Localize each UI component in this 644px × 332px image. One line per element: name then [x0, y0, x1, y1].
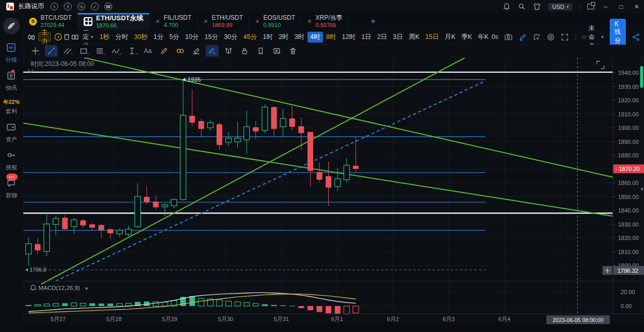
rectangle-tool[interactable]: [77, 45, 90, 57]
lock-tool[interactable]: [238, 45, 251, 57]
svg-text:2023-06-05 08:00:00: 2023-06-05 08:00:00: [553, 317, 603, 323]
timeframe-5分[interactable]: 5分: [167, 32, 182, 43]
timeframe-1分[interactable]: 1分: [151, 32, 166, 43]
timeframe-15日[interactable]: 15日: [423, 32, 441, 43]
template-icon[interactable]: [63, 32, 71, 42]
bookmark-tool[interactable]: [254, 45, 267, 57]
sidebar-item-授权[interactable]: 授权: [3, 150, 20, 171]
minimize-button[interactable]: –: [601, 3, 610, 10]
percent-icon[interactable]: %: [77, 3, 85, 10]
lightning-icon[interactable]: ϟ: [50, 3, 58, 10]
timeframe-2日[interactable]: 2日: [374, 32, 390, 43]
svg-text:5月29: 5月29: [162, 316, 177, 322]
text-tool[interactable]: Aa: [141, 45, 154, 57]
sidebar-item-label: 资产: [6, 136, 17, 143]
timeframe-月K[interactable]: 月K: [442, 32, 458, 43]
timeframe-3时[interactable]: 3时: [292, 32, 307, 43]
sidebar-item-资产[interactable]: 资产: [3, 122, 20, 143]
crosshair-tool[interactable]: [29, 45, 42, 57]
sidebar-item-快讯[interactable]: 快讯: [3, 71, 20, 92]
timeframe-周K[interactable]: 周K: [406, 32, 422, 43]
compare-icon[interactable]: [71, 32, 79, 42]
timeframe-3日[interactable]: 3日: [391, 32, 406, 43]
flash-icon[interactable]: [54, 32, 62, 42]
maximize-button[interactable]: □: [617, 3, 625, 10]
timeframe-45分[interactable]: 45分: [241, 32, 260, 43]
timeframe-1日[interactable]: 1日: [359, 32, 374, 43]
sidebar-item-群聊[interactable]: •••群聊: [3, 178, 20, 200]
timeframe-12时[interactable]: 12时: [339, 32, 358, 43]
phone-icon[interactable]: ☎: [104, 3, 112, 10]
tab-FIL/USDT[interactable]: ✕FIL/USDT4.700: [150, 13, 198, 30]
share-icon[interactable]: [632, 33, 640, 41]
pattern-tool[interactable]: [222, 45, 235, 57]
theme-icon[interactable]: [533, 3, 541, 10]
trash-tool[interactable]: [286, 45, 299, 57]
tab-ETH/USDT[interactable]: ✕ETH/USDT1869.99: [198, 13, 249, 30]
frame-add-icon[interactable]: [533, 33, 541, 41]
timeframe-分时[interactable]: 分时: [113, 32, 131, 43]
svg-text:5月27: 5月27: [50, 316, 65, 322]
check-icon[interactable]: ✓: [91, 3, 99, 10]
currency-select[interactable]: USD▾: [548, 3, 572, 10]
time-axis[interactable]: 5月275月285月295月305月316月16月26月36月42023-06-…: [50, 315, 610, 324]
timeframe-1时[interactable]: 1时: [260, 32, 275, 43]
magnet-tool[interactable]: [173, 45, 186, 57]
search-icon[interactable]: [518, 3, 526, 10]
svg-text:1940.00: 1940.00: [618, 70, 639, 76]
bell-icon[interactable]: [503, 3, 511, 10]
chart-area[interactable]: 1940.001930.001920.001910.001900.001890.…: [23, 58, 644, 332]
tab-XRP/当季[interactable]: ✕XRP/当季0.50765: [301, 13, 348, 30]
macd-alert-icon[interactable]: [31, 285, 36, 290]
sidebar-item-套利[interactable]: 年22%套利: [3, 99, 20, 115]
close-button[interactable]: ✕: [633, 3, 641, 10]
chart-style-icon[interactable]: [28, 32, 35, 42]
chart-canvas[interactable]: 1940.001930.001920.001910.001900.001890.…: [23, 58, 644, 330]
timeframe-10分[interactable]: 10分: [182, 32, 201, 43]
brush-tool[interactable]: [157, 45, 170, 57]
notes-tool[interactable]: [270, 45, 283, 57]
close-icon[interactable]: ✕: [255, 18, 260, 25]
pen-wave-tool[interactable]: [206, 45, 219, 57]
svg-text:1890.00: 1890.00: [618, 139, 639, 145]
trendline-ascending-support: [41, 58, 465, 284]
draw-mode-icon[interactable]: [519, 33, 527, 41]
timeframe-8时[interactable]: 8时: [324, 32, 339, 43]
close-icon[interactable]: ✕: [155, 18, 160, 25]
timeframe-季K[interactable]: 季K: [459, 32, 475, 43]
parallel-lines-tool[interactable]: [61, 45, 74, 57]
svg-text:6月3: 6月3: [442, 316, 454, 322]
main-force-badge[interactable]: 主力: [38, 32, 51, 42]
target-icon[interactable]: [547, 33, 555, 41]
chart-scrollbar[interactable]: [640, 58, 643, 314]
elliott-wave-tool[interactable]: [109, 45, 122, 57]
timeframe-4时[interactable]: 4时: [307, 32, 323, 43]
pane-expand-icon[interactable]: [597, 61, 604, 69]
timeframe-30分[interactable]: 30分: [221, 32, 240, 43]
timeframe-年K[interactable]: 年K: [475, 32, 491, 43]
timeframe-15分[interactable]: 15分: [202, 32, 221, 43]
fib-lines-tool[interactable]: [93, 45, 106, 57]
svg-text:1900.00: 1900.00: [618, 125, 639, 131]
timeframe-2时[interactable]: 2时: [276, 32, 291, 43]
tab-ETH/USDT永续[interactable]: ETH/USDT永续1870.66: [78, 13, 150, 30]
timeframe-30秒[interactable]: 30秒: [131, 32, 150, 43]
pip-icon[interactable]: [587, 4, 594, 9]
fullscreen-icon[interactable]: [561, 33, 569, 41]
measure-tool[interactable]: [125, 45, 138, 57]
tab-EOS/USDT[interactable]: ✕EOS/USDT0.8910: [249, 13, 302, 30]
tab-BTC/USDT[interactable]: BBTC/USDT27029.44: [23, 13, 78, 30]
close-icon[interactable]: ✕: [204, 18, 208, 25]
trendline-tool[interactable]: [45, 45, 58, 57]
crosshair-price-badge[interactable]: 1796.32: [602, 266, 644, 275]
sidebar-item-行情[interactable]: 行情: [3, 43, 20, 64]
pause-icon[interactable]: ‖: [64, 3, 72, 10]
svg-text:- 1870.20: - 1870.20: [615, 166, 639, 172]
camera-icon[interactable]: [504, 33, 513, 41]
exchange-logo-icon[interactable]: [3, 18, 20, 34]
current-time-badge: 2023-06-05 08:00:00: [546, 315, 610, 324]
eraser-tool[interactable]: [190, 45, 203, 57]
add-tab-button[interactable]: +: [371, 13, 376, 30]
timeframe-1秒[interactable]: 1秒: [97, 32, 112, 43]
close-icon[interactable]: ✕: [307, 18, 312, 25]
